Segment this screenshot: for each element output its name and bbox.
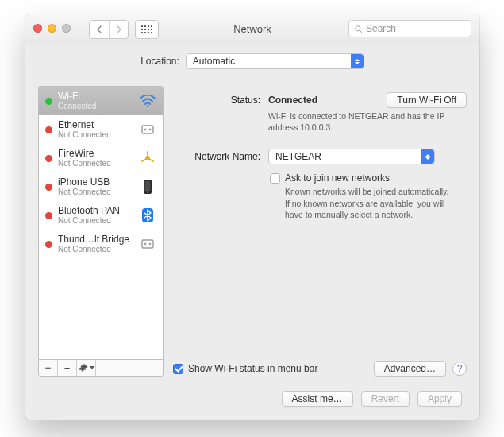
revert-button[interactable]: Revert	[361, 391, 410, 407]
service-name: Wi-Fi	[58, 91, 133, 102]
thunderbolt-icon	[139, 235, 156, 253]
show-status-label: Show Wi-Fi status in menu bar	[188, 363, 317, 374]
svg-point-4	[146, 157, 149, 160]
service-name: iPhone USB	[58, 177, 133, 188]
service-status: Not Connected	[58, 245, 133, 253]
minimize-button[interactable]	[48, 24, 56, 33]
help-button[interactable]: ?	[452, 362, 467, 376]
sidebar-item-ethernet[interactable]: EthernetNot Connected	[39, 115, 163, 144]
detail-pane: Status: Connected Turn Wi-Fi Off Wi-Fi i…	[173, 86, 467, 377]
sidebar-item-thund-lt-bridge[interactable]: Thund…lt BridgeNot Connected	[39, 230, 163, 258]
network-name-value: NETGEAR	[269, 151, 328, 162]
window-footer: Assist me… Revert Apply	[25, 385, 479, 420]
search-field[interactable]: Search	[348, 20, 471, 37]
show-status-checkbox[interactable]	[173, 364, 183, 374]
location-popup[interactable]: Automatic	[186, 53, 364, 69]
ask-join-checkbox[interactable]	[270, 173, 280, 184]
service-status: Connected	[58, 102, 133, 110]
nav-back-forward	[89, 20, 129, 39]
action-menu-button[interactable]	[77, 360, 96, 376]
main-area: Wi-FiConnectedEthernetNot ConnectedFireW…	[38, 86, 467, 377]
sidebar-toolbar: ＋ −	[38, 359, 164, 377]
svg-point-7	[147, 191, 148, 193]
chevron-updown-icon	[421, 149, 434, 164]
service-name: Ethernet	[58, 120, 133, 130]
status-dot	[45, 126, 52, 133]
assist-me-button[interactable]: Assist me…	[282, 391, 353, 407]
service-sidebar: Wi-FiConnectedEthernetNot ConnectedFireW…	[38, 86, 164, 377]
status-dot	[45, 184, 52, 191]
svg-point-2	[147, 105, 149, 107]
status-dot	[45, 212, 52, 219]
ask-join-label: Ask to join new networks	[285, 172, 456, 184]
service-name: Bluetooth PAN	[58, 206, 133, 216]
status-description: Wi-Fi is connected to NETGEAR and has th…	[268, 110, 451, 133]
advanced-button[interactable]: Advanced…	[374, 361, 446, 377]
show-all-button[interactable]	[135, 20, 159, 39]
chevron-updown-icon	[351, 54, 364, 68]
ethernet-icon	[139, 121, 156, 138]
sidebar-toolbar-spacer	[96, 360, 163, 376]
gear-icon	[79, 363, 88, 373]
back-button[interactable]	[90, 21, 109, 38]
grid-icon	[141, 25, 152, 33]
chevron-down-icon	[90, 366, 94, 369]
service-status: Not Connected	[58, 216, 133, 225]
zoom-button[interactable]	[62, 24, 71, 33]
network-name-label: Network Name:	[173, 149, 268, 162]
apply-button[interactable]: Apply	[417, 391, 462, 407]
service-name: Thund…lt Bridge	[58, 234, 133, 245]
status-dot	[45, 98, 52, 105]
network-name-popup[interactable]: NETGEAR	[268, 149, 435, 164]
sidebar-item-iphone-usb[interactable]: iPhone USBNot Connected	[39, 172, 163, 201]
sidebar-item-wi-fi[interactable]: Wi-FiConnected	[39, 87, 163, 115]
status-dot	[45, 241, 52, 248]
window-controls	[33, 24, 71, 33]
forward-button[interactable]	[109, 21, 128, 38]
service-status: Not Connected	[58, 159, 133, 168]
status-value: Connected	[268, 95, 317, 106]
turn-wifi-off-button[interactable]: Turn Wi-Fi Off	[387, 92, 467, 108]
iphone-icon	[139, 178, 156, 195]
location-row: Location: Automatic	[25, 44, 479, 78]
svg-line-1	[360, 30, 361, 32]
close-button[interactable]	[33, 24, 42, 33]
search-placeholder: Search	[366, 23, 396, 34]
service-status: Not Connected	[58, 130, 133, 139]
titlebar: Network Search	[25, 14, 479, 44]
pane-bottom-bar: Show Wi-Fi status in menu bar Advanced… …	[173, 361, 467, 377]
sidebar-item-bluetooth-pan[interactable]: Bluetooth PANNot Connected	[39, 201, 163, 230]
service-list[interactable]: Wi-FiConnectedEthernetNot ConnectedFireW…	[38, 86, 164, 359]
remove-service-button[interactable]: −	[58, 360, 77, 376]
svg-rect-9	[142, 240, 153, 248]
status-dot	[45, 155, 52, 162]
bluetooth-icon	[139, 207, 156, 224]
location-value: Automatic	[187, 56, 241, 67]
svg-rect-6	[145, 181, 151, 191]
ask-join-description: Known networks will be joined automatica…	[285, 186, 456, 220]
svg-rect-3	[142, 126, 153, 133]
firewire-icon	[139, 149, 156, 167]
status-label: Status:	[173, 92, 268, 106]
search-icon	[354, 25, 363, 33]
network-prefs-window: Network Search Location: Automatic Wi-Fi…	[25, 14, 479, 420]
add-service-button[interactable]: ＋	[39, 360, 58, 376]
sidebar-item-firewire[interactable]: FireWireNot Connected	[39, 144, 163, 172]
wifi-icon	[139, 92, 156, 110]
service-status: Not Connected	[58, 188, 133, 196]
service-name: FireWire	[58, 149, 133, 159]
location-label: Location:	[140, 56, 179, 67]
